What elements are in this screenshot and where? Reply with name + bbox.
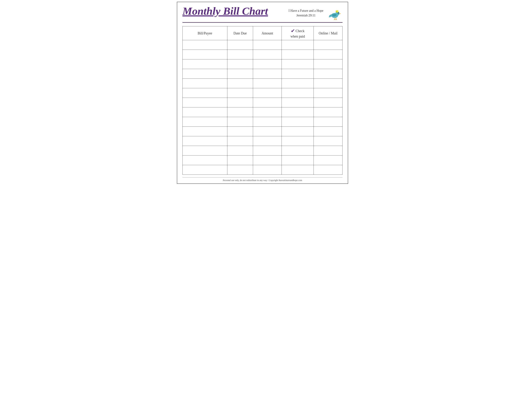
table-cell [314, 79, 343, 88]
table-row [183, 107, 343, 117]
svg-point-2 [338, 12, 339, 13]
table-cell [282, 156, 314, 165]
table-cell [282, 88, 314, 98]
table-cell [227, 59, 253, 69]
header-right: I Have a Future and a Hope Jeremiah 29:1… [289, 6, 343, 20]
table-cell [253, 165, 282, 175]
table-cell [314, 136, 343, 146]
table-cell [253, 136, 282, 146]
col-header-amount: Amount [253, 26, 282, 40]
table-cell [314, 50, 343, 59]
table-body [183, 40, 343, 175]
table-cell [183, 40, 227, 50]
table-cell [253, 117, 282, 127]
table-row [183, 156, 343, 165]
table-cell [253, 88, 282, 98]
bird-icon [327, 7, 343, 20]
table-cell [253, 59, 282, 69]
table-cell [282, 79, 314, 88]
col-header-online: Online / Mail [314, 26, 343, 40]
table-cell [314, 59, 343, 69]
svg-point-3 [338, 13, 339, 13]
table-cell [314, 165, 343, 175]
footer: Personal use only, do not redistribute i… [182, 177, 343, 182]
table-cell [227, 136, 253, 146]
table-row [183, 40, 343, 50]
table-cell [282, 69, 314, 79]
table-cell [253, 98, 282, 107]
table-cell [314, 127, 343, 136]
table-cell [314, 40, 343, 50]
table-cell [183, 127, 227, 136]
table-cell [183, 156, 227, 165]
table-cell [282, 165, 314, 175]
col-header-due: Date Due [227, 26, 253, 40]
table-cell [227, 69, 253, 79]
table-cell [253, 127, 282, 136]
table-cell [183, 107, 227, 117]
table-cell [183, 79, 227, 88]
table-cell [253, 79, 282, 88]
table-cell [253, 107, 282, 117]
table-cell [227, 127, 253, 136]
table-cell [227, 98, 253, 107]
table-cell [282, 59, 314, 69]
table-cell [314, 156, 343, 165]
table-cell [227, 117, 253, 127]
page-container: Monthly Bill Chart I Have a Future and a… [177, 2, 348, 184]
table-row [183, 88, 343, 98]
table-cell [314, 98, 343, 107]
table-cell [183, 88, 227, 98]
table-cell [314, 69, 343, 79]
table-row [183, 79, 343, 88]
table-cell [183, 98, 227, 107]
check-when-paid-header: ✔ Check when paid [283, 28, 313, 39]
table-cell [227, 88, 253, 98]
table-cell [282, 98, 314, 107]
table-cell [253, 50, 282, 59]
table-cell [282, 50, 314, 59]
bill-table: Bill/Payee Date Due Amount ✔ Check when … [182, 26, 343, 175]
table-row [183, 117, 343, 127]
table-cell [227, 79, 253, 88]
table-cell [183, 69, 227, 79]
table-row [183, 136, 343, 146]
table-row [183, 127, 343, 136]
table-row [183, 69, 343, 79]
table-cell [282, 107, 314, 117]
table-cell [183, 117, 227, 127]
table-cell [253, 156, 282, 165]
page-title: Monthly Bill Chart [182, 6, 289, 16]
svg-line-12 [336, 18, 336, 19]
svg-marker-4 [340, 13, 341, 14]
table-header-row: Bill/Payee Date Due Amount ✔ Check when … [183, 26, 343, 40]
header: Monthly Bill Chart I Have a Future and a… [182, 6, 343, 23]
table-row [183, 146, 343, 156]
table-cell [282, 146, 314, 156]
table-cell [183, 146, 227, 156]
table-cell [227, 146, 253, 156]
table-cell [227, 107, 253, 117]
bird-illustration [327, 7, 343, 20]
table-cell [227, 40, 253, 50]
table-cell [253, 40, 282, 50]
col-header-payee: Bill/Payee [183, 26, 227, 40]
table-cell [227, 165, 253, 175]
table-row [183, 165, 343, 175]
table-cell [314, 146, 343, 156]
table-cell [183, 165, 227, 175]
table-row [183, 50, 343, 59]
table-row [183, 98, 343, 107]
table-cell [282, 40, 314, 50]
table-cell [282, 136, 314, 146]
table-cell [282, 117, 314, 127]
table-cell [314, 117, 343, 127]
checkmark-icon: ✔ [291, 28, 295, 34]
table-cell [183, 59, 227, 69]
subtitle-area: I Have a Future and a Hope Jeremiah 29:1… [289, 8, 323, 18]
table-cell [183, 136, 227, 146]
svg-line-14 [335, 19, 335, 20]
svg-line-16 [336, 19, 337, 20]
table-row [183, 59, 343, 69]
col-header-check: ✔ Check when paid [282, 26, 314, 40]
